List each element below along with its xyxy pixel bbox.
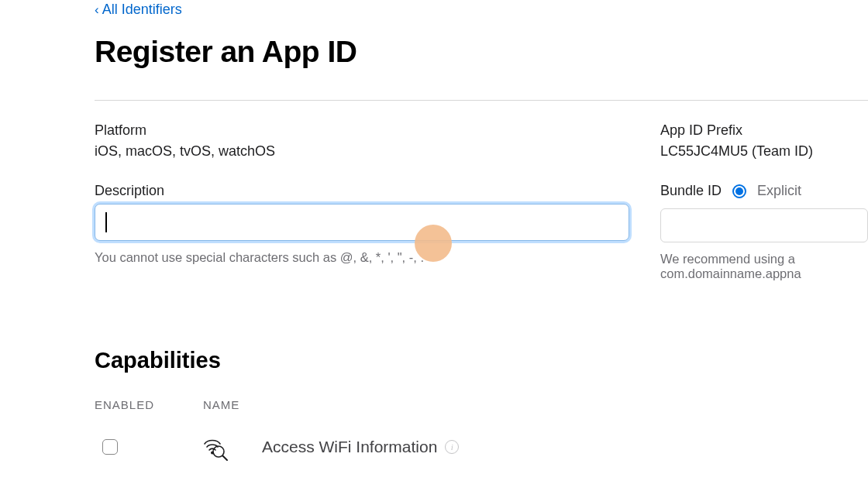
bundle-id-input[interactable] [660,208,868,242]
wifi-search-icon [197,431,234,462]
prefix-value: LC55JC4MU5 (Team ID) [660,143,868,160]
platform-value: iOS, macOS, tvOS, watchOS [95,143,629,160]
chevron-left-icon: ‹ [95,2,99,18]
info-icon[interactable]: i [445,440,459,454]
back-link[interactable]: ‹ All Identifiers [95,2,182,18]
bundle-hint-line2: com.domainname.appna [660,266,801,280]
divider [95,100,868,101]
platform-label: Platform [95,122,629,139]
capability-row: Access WiFi Information i [95,431,868,462]
description-hint: You cannot use special characters such a… [95,250,629,265]
capabilities-title: Capabilities [95,348,868,373]
description-input[interactable] [95,204,629,241]
description-label: Description [95,183,629,199]
svg-line-2 [223,456,228,461]
text-cursor [105,212,107,232]
bundle-hint-line1: We recommend using a [660,252,795,266]
prefix-label: App ID Prefix [660,122,868,139]
capability-checkbox[interactable] [102,439,118,455]
col-name: NAME [203,398,239,411]
bundle-label: Bundle ID [660,183,722,199]
capabilities-header: ENABLED NAME [95,398,868,411]
back-link-label: All Identifiers [102,2,182,18]
col-enabled: ENABLED [95,398,154,411]
page-title: Register an App ID [95,35,868,69]
bundle-explicit-radio[interactable] [732,184,746,198]
bundle-explicit-label: Explicit [757,183,801,199]
capability-name: Access WiFi Information [262,438,437,456]
